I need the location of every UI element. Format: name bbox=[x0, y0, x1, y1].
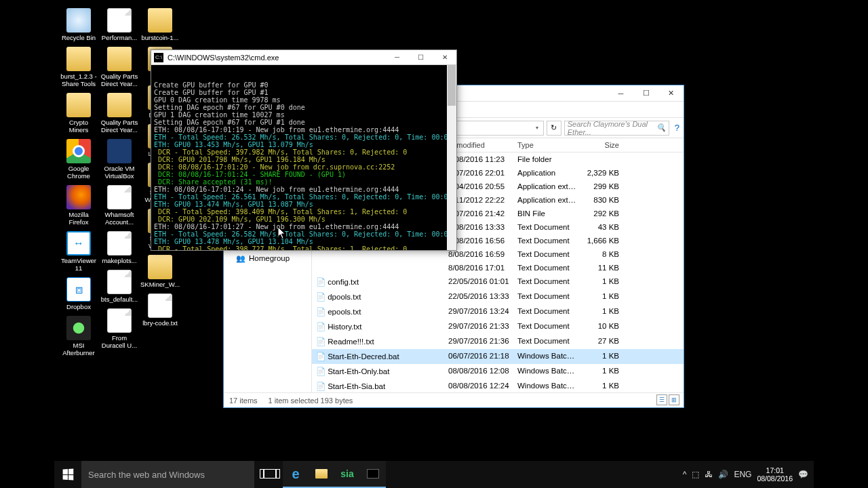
file-row[interactable]: 📄 Start-Eth-Sia.bat08/08/2016 12:24Windo… bbox=[312, 379, 684, 392]
details-view-button[interactable]: ☰ bbox=[656, 394, 667, 405]
desktop-icon[interactable]: TeamViewer 11 bbox=[59, 231, 98, 272]
cmd-icon: C:\ bbox=[154, 53, 163, 62]
edge-taskbar-button[interactable]: e bbox=[283, 461, 309, 488]
refresh-button[interactable]: ↻ bbox=[547, 121, 561, 136]
file-icon bbox=[107, 270, 132, 294]
desktop-icon[interactable]: Whamsoft Account... bbox=[100, 185, 139, 226]
folder-icon bbox=[148, 8, 172, 33]
file-icon bbox=[107, 8, 132, 33]
terminal-line: ETH: 08/08/16-17:01:24 - New job from eu… bbox=[154, 186, 454, 193]
taskview-icon bbox=[264, 469, 276, 479]
show-hidden-icons[interactable]: ^ bbox=[683, 470, 687, 479]
file-row[interactable]: 📄 Readme!!!.txt29/07/2016 21:36Text Docu… bbox=[312, 334, 684, 349]
explorer-taskbar-button[interactable] bbox=[309, 461, 334, 488]
file-icon bbox=[107, 185, 132, 209]
terminal-line: DCR: 08/08/16-17:01:24 - SHARE FOUND - (… bbox=[154, 171, 454, 178]
terminal-line: ETH - Total Speed: 26.532 Mh/s, Total Sh… bbox=[154, 134, 454, 141]
terminal-line: Create GPU buffer for GPU #1 bbox=[154, 89, 454, 96]
desktop-icon[interactable]: Crypto Miners bbox=[59, 93, 98, 134]
tray-icon[interactable]: ⬚ bbox=[692, 470, 699, 479]
cmd-titlebar[interactable]: C:\ C:\WINDOWS\system32\cmd.exe ─ ☐ ✕ bbox=[151, 50, 456, 65]
terminal-line: DCR: GPU0 202.109 Mh/s, GPU1 196.300 Mh/… bbox=[154, 216, 454, 223]
action-center-icon[interactable]: 💬 bbox=[798, 470, 808, 479]
firefox-ic-icon bbox=[66, 185, 91, 209]
file-row[interactable]: 📄 History.txt29/07/2016 21:33Text Docume… bbox=[312, 319, 684, 334]
terminal-line: GPU 1 DAG creation time 10027 ms bbox=[154, 111, 454, 119]
task-view-button[interactable] bbox=[257, 461, 283, 488]
desktop-icon[interactable]: Performan... bbox=[100, 8, 139, 41]
sia-taskbar-button[interactable]: sia bbox=[334, 461, 360, 488]
system-tray: ^ ⬚ 🖧 🔊 ENG 17:01 08/08/2016 💬 bbox=[683, 466, 814, 483]
file-row[interactable]: 📄 config.txt22/05/2016 01:01Text Documen… bbox=[312, 274, 684, 289]
terminal-line: Setting DAG epoch #67 for GPU #1 done bbox=[154, 119, 454, 126]
folder-icon bbox=[148, 255, 172, 279]
desktop-icon[interactable]: makeplots... bbox=[100, 231, 139, 264]
cortana-search[interactable]: Search the web and Windows bbox=[81, 461, 254, 488]
cmd-taskbar-button[interactable] bbox=[360, 461, 386, 488]
desktop-icon[interactable]: bts_default... bbox=[100, 270, 139, 303]
close-button[interactable]: ✕ bbox=[658, 85, 684, 102]
terminal-line: ETH - Total Speed: 26.561 Mh/s, Total Sh… bbox=[154, 193, 454, 201]
status-bar: 17 items 1 item selected 193 bytes bbox=[224, 392, 684, 407]
desktop-icon[interactable]: SKMiner_W... bbox=[140, 255, 180, 288]
clock[interactable]: 17:01 08/08/2016 bbox=[757, 466, 793, 483]
desktop-icon[interactable]: burstcoin-1... bbox=[140, 8, 180, 41]
search-icon: 🔍 bbox=[656, 123, 666, 132]
minimize-button[interactable]: ─ bbox=[385, 50, 409, 65]
desktop-icon[interactable]: Google Chrome bbox=[59, 139, 98, 180]
terminal-line: ETH: GPU0 13.478 Mh/s, GPU1 13.104 Mh/s bbox=[154, 238, 454, 245]
chevron-down-icon[interactable]: ▾ bbox=[536, 125, 538, 131]
desktop-icon[interactable]: burst_1.2.3 - Share Tools bbox=[59, 47, 98, 87]
recycle-bin-icon bbox=[66, 8, 91, 33]
file-row[interactable]: 📄 dpools.txt22/05/2016 13:33Text Documen… bbox=[312, 289, 684, 304]
sia-icon: sia bbox=[340, 468, 353, 479]
icons-view-button[interactable]: ⊞ bbox=[669, 394, 679, 405]
search-input[interactable]: Search Claymore's Dual Ether... 🔍 bbox=[564, 121, 669, 136]
file-row[interactable]: 📄 epools.txt29/07/2016 13:24Text Documen… bbox=[312, 304, 684, 319]
terminal-output[interactable]: Create GPU buffer for GPU #0Create GPU b… bbox=[151, 65, 456, 250]
terminal-line: ETH - Total Speed: 26.582 Mh/s, Total Sh… bbox=[154, 230, 454, 238]
cmd-icon bbox=[367, 469, 379, 479]
scrollbar[interactable] bbox=[447, 65, 456, 250]
tree-item[interactable]: 👥Homegroup bbox=[224, 252, 311, 264]
file-icon bbox=[107, 231, 132, 256]
desktop-icon[interactable]: From Duracell U... bbox=[100, 308, 139, 349]
desktop-icon[interactable]: Recycle Bin bbox=[59, 8, 98, 41]
maximize-button[interactable]: ☐ bbox=[633, 85, 658, 102]
file-row[interactable]: 📄 Start-Eth-Decred.bat06/07/2016 21:18Wi… bbox=[312, 349, 684, 364]
tv-ic-icon bbox=[66, 231, 91, 256]
desktop-icon[interactable]: lbry-code.txt bbox=[140, 293, 180, 327]
close-button[interactable]: ✕ bbox=[433, 50, 456, 65]
item-count: 17 items bbox=[229, 396, 258, 405]
volume-icon[interactable]: 🔊 bbox=[718, 470, 728, 479]
file-row[interactable]: 📄 Start-Eth-Only.bat08/08/2016 12:08Wind… bbox=[312, 364, 684, 379]
desktop-icon[interactable]: Oracle VM VirtualBox bbox=[100, 139, 139, 180]
desktop-icon[interactable]: Mozilla Firefox bbox=[59, 185, 98, 226]
terminal-line: ETH: 08/08/16-17:01:27 - New job from eu… bbox=[154, 223, 454, 230]
terminal-line: ETH: GPU0 13.474 Mh/s, GPU1 13.087 Mh/s bbox=[154, 201, 454, 208]
folder-icon bbox=[107, 93, 132, 117]
minimize-button[interactable]: ─ bbox=[608, 85, 633, 102]
taskbar: Search the web and Windows e sia ^ ⬚ 🖧 🔊… bbox=[54, 461, 814, 488]
desktop-icon[interactable]: MSI Afterburner bbox=[59, 316, 98, 357]
terminal-line: DCR: Share accepted (31 ms)! bbox=[154, 178, 454, 186]
help-icon[interactable]: ? bbox=[675, 123, 679, 133]
desktop-icon[interactable]: Quality Parts Direct Year... bbox=[100, 47, 139, 87]
vbox-ic-icon bbox=[107, 139, 132, 163]
selection-info: 1 item selected 193 bytes bbox=[269, 396, 353, 405]
edge-icon: e bbox=[292, 466, 299, 482]
terminal-line: DCR - Total Speed: 398.727 Mh/s, Total S… bbox=[154, 245, 454, 250]
file-row[interactable]: 8/08/2016 17:01Text Document11 KB bbox=[312, 261, 684, 274]
terminal-line: ETH: GPU0 13.453 Mh/s, GPU1 13.079 Mh/s bbox=[154, 141, 454, 148]
folder-icon bbox=[66, 93, 91, 117]
maximize-button[interactable]: ☐ bbox=[409, 50, 433, 65]
terminal-line: Setting DAG epoch #67 for GPU #0 done bbox=[154, 104, 454, 111]
desktop-icon[interactable]: Quality Parts Direct Year... bbox=[100, 93, 139, 134]
desktop-icon[interactable]: Dropbox bbox=[59, 277, 98, 310]
network-icon[interactable]: 🖧 bbox=[705, 470, 713, 479]
start-button[interactable] bbox=[54, 461, 81, 488]
terminal-line: Create GPU buffer for GPU #0 bbox=[154, 81, 454, 89]
language-indicator[interactable]: ENG bbox=[734, 470, 751, 479]
scrollbar-thumb[interactable] bbox=[448, 65, 456, 106]
terminal-line: ETH: 08/08/16-17:01:19 - New job from eu… bbox=[154, 126, 454, 134]
